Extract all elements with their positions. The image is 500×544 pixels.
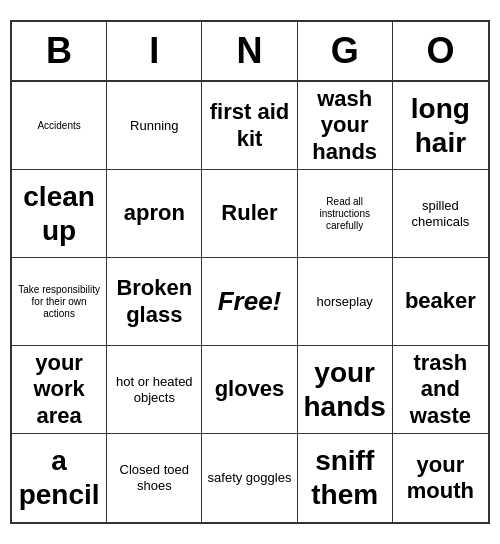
cell-24: your mouth [393, 434, 488, 522]
cell-14: beaker [393, 258, 488, 346]
header-letter: G [298, 22, 393, 80]
cell-6: apron [107, 170, 202, 258]
cell-21: Closed toed shoes [107, 434, 202, 522]
cell-15: your work area [12, 346, 107, 434]
cell-9: spilled chemicals [393, 170, 488, 258]
header-letter: N [202, 22, 297, 80]
bingo-card: BINGO AccidentsRunningfirst aid kitwash … [10, 20, 490, 524]
cell-10: Take responsibility for their own action… [12, 258, 107, 346]
cell-19: trash and waste [393, 346, 488, 434]
cell-2: first aid kit [202, 82, 297, 170]
bingo-grid: AccidentsRunningfirst aid kitwash your h… [12, 82, 488, 522]
header-letter: O [393, 22, 488, 80]
cell-5: clean up [12, 170, 107, 258]
cell-23: sniff them [298, 434, 393, 522]
cell-16: hot or heated objects [107, 346, 202, 434]
cell-17: gloves [202, 346, 297, 434]
cell-8: Read all instructions carefully [298, 170, 393, 258]
cell-13: horseplay [298, 258, 393, 346]
cell-7: Ruler [202, 170, 297, 258]
cell-18: your hands [298, 346, 393, 434]
cell-12: Free! [202, 258, 297, 346]
bingo-header: BINGO [12, 22, 488, 82]
cell-22: safety goggles [202, 434, 297, 522]
cell-0: Accidents [12, 82, 107, 170]
cell-3: wash your hands [298, 82, 393, 170]
cell-4: long hair [393, 82, 488, 170]
header-letter: I [107, 22, 202, 80]
cell-11: Broken glass [107, 258, 202, 346]
header-letter: B [12, 22, 107, 80]
cell-1: Running [107, 82, 202, 170]
cell-20: a pencil [12, 434, 107, 522]
